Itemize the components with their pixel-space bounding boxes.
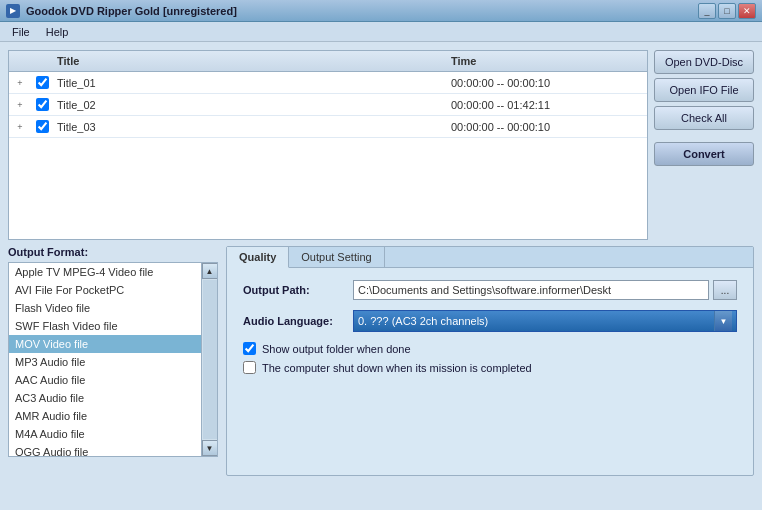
output-path-row: Output Path: ... — [243, 280, 737, 300]
scroll-track — [203, 280, 217, 439]
format-item[interactable]: OGG Audio file — [9, 443, 201, 456]
upper-section: Title Time + Title_01 00:00:00 -- 00:00:… — [8, 50, 754, 240]
titles-table: Title Time + Title_01 00:00:00 -- 00:00:… — [8, 50, 648, 240]
scroll-down-button[interactable]: ▼ — [202, 440, 218, 456]
output-path-input[interactable] — [353, 280, 709, 300]
action-buttons: Open DVD-Disc Open IFO File Check All Co… — [654, 50, 754, 240]
maximize-button[interactable]: □ — [718, 3, 736, 19]
open-ifo-button[interactable]: Open IFO File — [654, 78, 754, 102]
format-scrollbar: ▲ ▼ — [201, 263, 217, 456]
tab-output-setting[interactable]: Output Setting — [289, 247, 384, 267]
row1-expand[interactable]: + — [9, 78, 31, 88]
format-item[interactable]: AVI File For PocketPC — [9, 281, 201, 299]
title-bar: ▶ Goodok DVD Ripper Gold [unregistered] … — [0, 0, 762, 22]
format-item[interactable]: SWF Flash Video file — [9, 317, 201, 335]
close-button[interactable]: ✕ — [738, 3, 756, 19]
row1-time: 00:00:00 -- 00:00:10 — [447, 75, 647, 91]
menu-file[interactable]: File — [4, 24, 38, 40]
open-dvd-button[interactable]: Open DVD-Disc — [654, 50, 754, 74]
menu-bar: File Help — [0, 22, 762, 42]
col-expand — [9, 53, 31, 69]
show-folder-label: Show output folder when done — [262, 343, 411, 355]
shutdown-label: The computer shut down when its mission … — [262, 362, 532, 374]
table-row: + Title_01 00:00:00 -- 00:00:10 — [9, 72, 647, 94]
format-list: Apple TV MPEG-4 Video file AVI File For … — [9, 263, 201, 456]
row3-expand[interactable]: + — [9, 122, 31, 132]
format-item[interactable]: AC3 Audio file — [9, 389, 201, 407]
audio-language-select[interactable]: 0. ??? (AC3 2ch channels) ▼ — [353, 310, 737, 332]
menu-help[interactable]: Help — [38, 24, 77, 40]
convert-button[interactable]: Convert — [654, 142, 754, 166]
app-icon: ▶ — [6, 4, 20, 18]
output-path-control: ... — [353, 280, 737, 300]
row3-time: 00:00:00 -- 00:00:10 — [447, 119, 647, 135]
format-list-container: Apple TV MPEG-4 Video file AVI File For … — [8, 262, 218, 457]
col-title-header: Title — [53, 53, 447, 69]
col-time-header: Time — [447, 53, 647, 69]
scroll-up-button[interactable]: ▲ — [202, 263, 218, 279]
row2-check[interactable] — [31, 98, 53, 111]
select-arrow-icon[interactable]: ▼ — [714, 311, 732, 331]
audio-language-value: 0. ??? (AC3 2ch channels) — [358, 315, 488, 327]
row3-title: Title_03 — [53, 119, 447, 135]
main-content: Title Time + Title_01 00:00:00 -- 00:00:… — [0, 42, 762, 482]
format-item[interactable]: AAC Audio file — [9, 371, 201, 389]
table-header: Title Time — [9, 51, 647, 72]
format-item[interactable]: M4A Audio file — [9, 425, 201, 443]
tab-quality-content: Output Path: ... Audio Language: 0. ??? … — [227, 268, 753, 475]
table-row: + Title_03 00:00:00 -- 00:00:10 — [9, 116, 647, 138]
col-check — [31, 53, 53, 69]
row3-check[interactable] — [31, 120, 53, 133]
row2-title: Title_02 — [53, 97, 447, 113]
audio-language-control: 0. ??? (AC3 2ch channels) ▼ — [353, 310, 737, 332]
output-path-label: Output Path: — [243, 284, 353, 296]
lower-section: Output Format: Apple TV MPEG-4 Video fil… — [8, 246, 754, 476]
window-controls: _ □ ✕ — [698, 3, 756, 19]
format-item[interactable]: Flash Video file — [9, 299, 201, 317]
format-item[interactable]: AMR Audio file — [9, 407, 201, 425]
settings-panel: Quality Output Setting Output Path: ... … — [226, 246, 754, 476]
output-format-panel: Output Format: Apple TV MPEG-4 Video fil… — [8, 246, 218, 476]
format-item[interactable]: MP3 Audio file — [9, 353, 201, 371]
audio-language-row: Audio Language: 0. ??? (AC3 2ch channels… — [243, 310, 737, 332]
show-folder-checkbox[interactable] — [243, 342, 256, 355]
app-title: Goodok DVD Ripper Gold [unregistered] — [26, 5, 698, 17]
tabs-bar: Quality Output Setting — [227, 247, 753, 268]
shutdown-checkbox[interactable] — [243, 361, 256, 374]
checkbox-shutdown: The computer shut down when its mission … — [243, 361, 737, 374]
output-format-label: Output Format: — [8, 246, 218, 258]
row2-expand[interactable]: + — [9, 100, 31, 110]
row1-title: Title_01 — [53, 75, 447, 91]
tab-quality[interactable]: Quality — [227, 247, 289, 268]
format-item[interactable]: Apple TV MPEG-4 Video file — [9, 263, 201, 281]
format-item-selected[interactable]: MOV Video file — [9, 335, 201, 353]
table-row: + Title_02 00:00:00 -- 01:42:11 — [9, 94, 647, 116]
checkbox-show-folder: Show output folder when done — [243, 342, 737, 355]
check-all-button[interactable]: Check All — [654, 106, 754, 130]
browse-button[interactable]: ... — [713, 280, 737, 300]
audio-language-label: Audio Language: — [243, 315, 353, 327]
row1-check[interactable] — [31, 76, 53, 89]
row2-time: 00:00:00 -- 01:42:11 — [447, 97, 647, 113]
minimize-button[interactable]: _ — [698, 3, 716, 19]
